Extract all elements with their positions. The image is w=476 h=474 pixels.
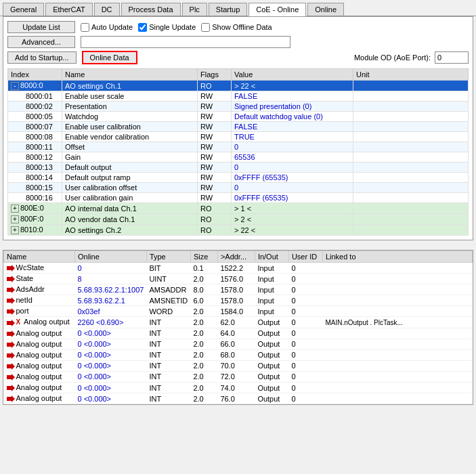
bcol-userid: User ID [288, 251, 322, 263]
tab-general[interactable]: General [3, 3, 44, 16]
list-item[interactable]: Analog output0 <0.000>INT2.064.0Output0 [4, 328, 473, 339]
svg-marker-8 [7, 352, 15, 359]
coe-table: Index Name Flags Value Unit -8000:0AO se… [7, 68, 469, 236]
col-value: Value [232, 69, 353, 81]
table-row[interactable]: 8000:14Default output rampRW0xFFFF (6553… [8, 173, 469, 183]
svg-marker-0 [7, 265, 15, 272]
list-item[interactable]: State8UINT2.01576.0Input0 [4, 274, 473, 284]
output-icon [7, 329, 16, 337]
col-unit: Unit [353, 69, 469, 81]
table-row[interactable]: +800F:0AO vendor data Ch.1RO> 2 < [8, 214, 469, 225]
tab-dc[interactable]: DC [94, 3, 120, 16]
tab-bar: General EtherCAT DC Process Data Plc Sta… [0, 0, 476, 16]
svg-marker-7 [7, 341, 15, 348]
list-item[interactable]: X Analog output2260 <0.690>INT2.062.0Out… [4, 317, 473, 328]
table-row[interactable]: 8000:07Enable user calibrationRWFALSE [8, 122, 469, 132]
table-row[interactable]: 8000:13Default outputRW0 [8, 163, 469, 173]
single-update-checkbox[interactable] [138, 23, 147, 32]
output-icon [7, 372, 16, 381]
output-icon [7, 362, 16, 370]
output-icon [7, 340, 16, 348]
auto-update-checkbox[interactable] [81, 23, 89, 32]
list-item[interactable]: Analog output0 <0.000>INT2.068.0Output0 [4, 349, 473, 360]
show-offline-label[interactable]: Show Offline Data [201, 23, 272, 32]
col-index: Index [8, 69, 62, 81]
list-item[interactable]: netId5.68.93.62.2.1AMSNETID6.01578.0Inpu… [4, 295, 473, 306]
table-row[interactable]: 8000:08Enable vendor calibrationRWTRUE [8, 132, 469, 142]
table-row[interactable]: 8000:15User calibration offsetRW0 [8, 183, 469, 193]
col-name: Name [62, 69, 198, 81]
input-icon [7, 274, 16, 282]
input-icon [7, 296, 16, 304]
bottom-panel: Name Online Type Size >Addr... In/Out Us… [3, 250, 473, 405]
toolbar-row1: Update List Auto Update Single Update Sh… [7, 21, 469, 33]
row-name: Analog output [16, 351, 62, 359]
list-item[interactable]: Analog output0 <0.000>INT2.074.0Output0 [4, 383, 473, 393]
list-item[interactable]: Analog output0 <0.000>INT2.072.0Output0 [4, 371, 473, 382]
module-od-group: Module OD (AoE Port): [354, 51, 469, 64]
row-name: AdsAddr [16, 285, 45, 293]
list-item[interactable]: AdsAddr5.68.93.62.2.1:1007AMSADDR8.01578… [4, 284, 473, 295]
svg-marker-12 [7, 395, 15, 402]
svg-marker-3 [7, 297, 15, 304]
auto-update-text: Auto Update [91, 23, 133, 31]
tab-ethercat[interactable]: EtherCAT [45, 3, 92, 16]
row-name: WcState [16, 263, 45, 272]
svg-marker-9 [7, 363, 15, 370]
advanced-button[interactable]: Advanced... [7, 36, 75, 48]
online-data-button[interactable]: Online Data [82, 51, 137, 64]
tab-process-data[interactable]: Process Data [121, 3, 181, 16]
table-row[interactable]: 8000:11OffsetRW0 [8, 142, 469, 152]
collapse-icon[interactable]: - [11, 82, 19, 90]
table-row[interactable]: -8000:0AO settings Ch.1RO> 22 < [8, 81, 469, 91]
list-item[interactable]: WcState0BIT0.11522.2Input0 [4, 263, 473, 274]
show-offline-checkbox[interactable] [201, 23, 210, 32]
row-name: Analog output [16, 362, 62, 370]
input-icon [7, 263, 16, 272]
col-flags: Flags [198, 69, 232, 81]
table-row[interactable]: 8000:16User calibration gainRW0xFFFF (65… [8, 193, 469, 203]
module-od-label: Module OD (AoE Port): [354, 53, 431, 62]
module-od-input[interactable] [435, 51, 469, 64]
list-item[interactable]: Analog output0 <0.000>INT2.070.0Output0 [4, 360, 473, 371]
show-offline-text: Show Offline Data [212, 23, 272, 31]
bcol-type: Type [146, 251, 190, 263]
row-name: Analog output [16, 383, 62, 391]
auto-update-label[interactable]: Auto Update [81, 23, 133, 32]
expand-icon[interactable]: + [11, 204, 19, 213]
single-update-label[interactable]: Single Update [138, 23, 196, 32]
svg-marker-1 [7, 276, 15, 282]
bottom-table: Name Online Type Size >Addr... In/Out Us… [3, 251, 473, 404]
table-row[interactable]: 8000:05WatchdogRWDefault watchdog value … [8, 112, 469, 122]
bcol-linked: Linked to [322, 251, 472, 263]
table-row[interactable]: +800E:0AO internal data Ch.1RO> 1 < [8, 203, 469, 214]
svg-marker-11 [7, 385, 15, 391]
tab-coe-online[interactable]: CoE - Online [248, 3, 306, 16]
output-icon [7, 383, 16, 391]
row-name: State [16, 274, 34, 282]
tab-startup[interactable]: Startup [209, 3, 247, 16]
panel-divider [0, 243, 476, 247]
table-row[interactable]: 8000:01Enable user scaleRWFALSE [8, 91, 469, 102]
output-icon [7, 318, 16, 326]
expand-icon[interactable]: + [11, 215, 19, 223]
tab-online[interactable]: Online [307, 3, 344, 16]
bcol-name: Name [4, 251, 75, 263]
linked-marker: X [16, 318, 22, 326]
single-update-text: Single Update [149, 23, 196, 31]
add-to-startup-button[interactable]: Add to Startup... [7, 51, 77, 64]
svg-marker-6 [7, 330, 15, 337]
list-item[interactable]: port0x03efWORD2.01584.0Input0 [4, 306, 473, 317]
table-row[interactable]: +8010:0AO settings Ch.2RO> 22 < [8, 225, 469, 236]
tab-plc[interactable]: Plc [182, 3, 207, 16]
list-item[interactable]: Analog output0 <0.000>INT2.076.0Output0 [4, 393, 473, 404]
list-item[interactable]: Analog output0 <0.000>INT2.066.0Output0 [4, 339, 473, 349]
table-row[interactable]: 8000:02PresentationRWSigned presentation… [8, 102, 469, 112]
output-icon [7, 351, 16, 359]
table-row[interactable]: 8000:12GainRW65536 [8, 152, 469, 163]
svg-marker-10 [7, 374, 15, 381]
update-list-button[interactable]: Update List [7, 21, 75, 33]
status-input[interactable] [81, 36, 290, 48]
row-name: port [16, 307, 29, 315]
expand-icon[interactable]: + [11, 226, 19, 234]
